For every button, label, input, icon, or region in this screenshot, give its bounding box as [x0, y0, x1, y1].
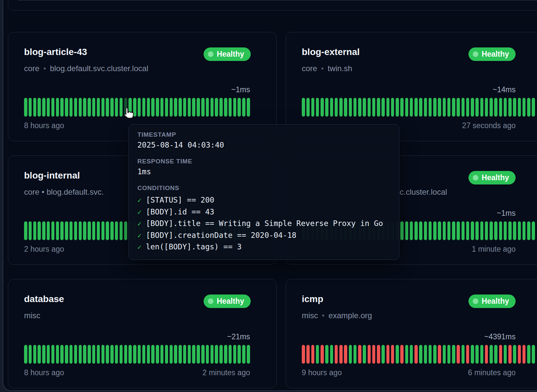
status-bar[interactable] [457, 98, 460, 117]
status-bar[interactable] [229, 98, 232, 117]
status-bar[interactable] [302, 98, 305, 117]
status-bar[interactable] [518, 345, 521, 364]
status-bar[interactable] [79, 345, 82, 364]
status-bar[interactable] [457, 221, 460, 240]
status-bar[interactable] [110, 98, 114, 117]
status-bar[interactable] [138, 98, 141, 117]
status-bar[interactable] [321, 98, 324, 117]
status-bar[interactable] [33, 221, 37, 240]
status-bar[interactable] [330, 98, 333, 117]
status-bar[interactable] [316, 345, 319, 364]
status-bar[interactable] [396, 98, 399, 117]
status-bar[interactable] [215, 98, 218, 117]
status-bar[interactable] [51, 345, 55, 364]
status-bar[interactable] [79, 221, 82, 240]
status-bar[interactable] [462, 345, 465, 364]
status-bar[interactable] [120, 221, 123, 240]
status-bar[interactable] [523, 221, 526, 240]
status-bar[interactable] [192, 98, 195, 117]
status-bar[interactable] [79, 98, 82, 117]
status-bar[interactable] [97, 221, 100, 240]
status-bar[interactable] [532, 98, 535, 117]
status-bar[interactable] [330, 345, 333, 364]
status-bar[interactable] [174, 345, 177, 364]
status-bar[interactable] [499, 345, 502, 364]
status-bar[interactable] [363, 98, 366, 117]
status-bar[interactable] [480, 345, 484, 364]
status-bar[interactable] [396, 345, 399, 364]
status-bar[interactable] [457, 345, 460, 364]
status-bar[interactable] [429, 345, 432, 364]
status-bar[interactable] [65, 98, 68, 117]
status-bar[interactable] [51, 98, 55, 117]
status-bar[interactable] [29, 98, 32, 117]
status-bar[interactable] [447, 221, 451, 240]
status-bar[interactable] [400, 98, 404, 117]
status-bar[interactable] [410, 98, 413, 117]
status-bar[interactable] [38, 345, 41, 364]
status-bar[interactable] [358, 345, 361, 364]
status-bar[interactable] [335, 98, 338, 117]
status-bar[interactable] [101, 221, 105, 240]
status-bar[interactable] [115, 221, 118, 240]
status-bar[interactable] [438, 221, 441, 240]
status-bar[interactable] [147, 345, 150, 364]
status-bar[interactable] [88, 221, 91, 240]
status-bar[interactable] [29, 345, 32, 364]
status-bar[interactable] [353, 345, 357, 364]
status-bar[interactable] [247, 345, 250, 364]
status-bar[interactable] [508, 221, 512, 240]
status-bar[interactable] [462, 221, 465, 240]
status-bar[interactable] [504, 221, 507, 240]
status-bar[interactable] [462, 98, 465, 117]
status-bar[interactable] [206, 98, 209, 117]
status-bar[interactable] [377, 345, 380, 364]
status-bar[interactable] [306, 98, 310, 117]
status-bar[interactable] [97, 345, 100, 364]
status-bar[interactable] [211, 98, 214, 117]
status-bar[interactable] [56, 345, 59, 364]
status-bar[interactable] [405, 98, 409, 117]
status-bar[interactable] [513, 345, 516, 364]
status-bar[interactable] [391, 98, 394, 117]
status-bar[interactable] [368, 345, 371, 364]
status-bar[interactable] [201, 98, 205, 117]
status-bar[interactable] [238, 98, 241, 117]
status-bar[interactable] [151, 345, 155, 364]
status-bar[interactable] [120, 98, 123, 117]
status-bar[interactable] [508, 98, 512, 117]
status-bar[interactable] [224, 345, 227, 364]
status-bar[interactable] [429, 221, 432, 240]
status-bar[interactable] [83, 98, 86, 117]
status-bar[interactable] [88, 98, 91, 117]
status-bar[interactable] [438, 345, 441, 364]
status-bar[interactable] [353, 98, 357, 117]
status-bar[interactable] [70, 98, 73, 117]
status-bar[interactable] [499, 221, 502, 240]
status-bar[interactable] [358, 98, 361, 117]
status-bar[interactable] [219, 345, 223, 364]
status-bar[interactable] [70, 221, 73, 240]
status-bar[interactable] [466, 221, 469, 240]
status-bar[interactable] [219, 98, 223, 117]
status-bar[interactable] [128, 345, 132, 364]
status-bar[interactable] [233, 98, 237, 117]
status-bar[interactable] [363, 345, 366, 364]
status-bar[interactable] [147, 98, 150, 117]
status-bar[interactable] [480, 98, 484, 117]
status-bar[interactable] [443, 98, 446, 117]
status-bar[interactable] [499, 98, 502, 117]
status-bar[interactable] [201, 345, 205, 364]
status-bar[interactable] [165, 345, 168, 364]
status-bar[interactable] [414, 98, 418, 117]
status-bar[interactable] [47, 98, 50, 117]
status-bar[interactable] [42, 345, 45, 364]
status-bar[interactable] [532, 221, 535, 240]
status-bar[interactable] [133, 98, 136, 117]
status-bar[interactable] [377, 98, 380, 117]
status-bar[interactable] [229, 345, 232, 364]
status-bar[interactable] [47, 221, 50, 240]
status-bar[interactable] [106, 221, 109, 240]
status-bar[interactable] [419, 221, 422, 240]
status-bar[interactable] [485, 98, 488, 117]
